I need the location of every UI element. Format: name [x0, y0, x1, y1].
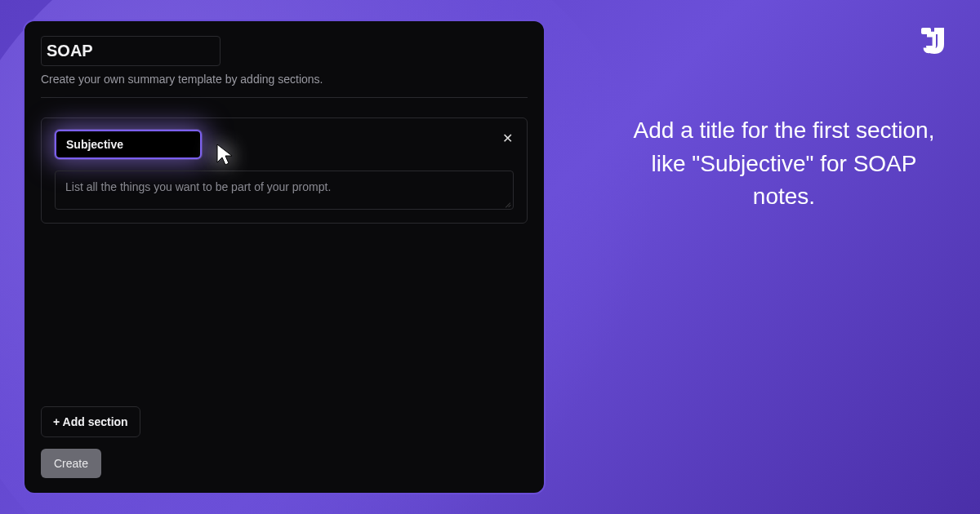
section-title-input[interactable]: [55, 130, 202, 159]
spacer: [41, 224, 528, 406]
section-prompt-textarea[interactable]: List all the things you want to be part …: [55, 171, 514, 210]
brand-logo: [915, 23, 951, 59]
app-canvas: SOAP Create your own summary template by…: [0, 0, 980, 514]
template-name-field[interactable]: SOAP: [41, 36, 220, 66]
divider: [41, 97, 528, 98]
resize-handle-icon[interactable]: [503, 199, 511, 207]
template-name-value: SOAP: [43, 42, 212, 60]
template-editor-modal: SOAP Create your own summary template by…: [23, 20, 546, 494]
create-label: Create: [54, 457, 88, 470]
instruction-text: Add a title for the first section, like …: [621, 114, 947, 214]
modal-subtitle: Create your own summary template by addi…: [41, 73, 528, 86]
section-prompt-placeholder: List all the things you want to be part …: [65, 180, 331, 193]
section-card: ✕ List all the things you want to be par…: [41, 117, 528, 224]
cursor-icon: [216, 143, 235, 167]
add-section-label: + Add section: [53, 415, 128, 428]
svg-rect-0: [921, 28, 931, 34]
close-icon: ✕: [502, 131, 513, 146]
remove-section-button[interactable]: ✕: [499, 130, 515, 146]
create-button[interactable]: Create: [41, 449, 101, 478]
add-section-button[interactable]: + Add section: [41, 406, 140, 437]
logo-icon: [915, 23, 951, 59]
